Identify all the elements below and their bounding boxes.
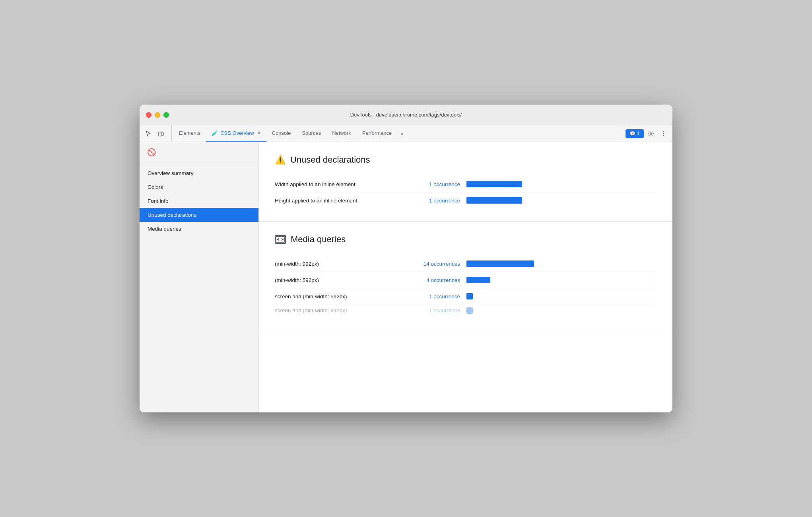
tab-performance[interactable]: Performance: [357, 125, 397, 142]
svg-point-4: [663, 135, 664, 136]
sidebar-header: 🚫: [140, 142, 258, 163]
window-title: DevTools - developer.chrome.com/tags/dev…: [350, 112, 462, 118]
media-queries-title: Media queries: [275, 234, 657, 245]
unused-declarations-section: ⚠️ Unused declarations Width applied to …: [259, 142, 672, 222]
main-content: ⚠️ Unused declarations Width applied to …: [259, 142, 672, 412]
bar-container: [466, 260, 546, 267]
warning-icon: ⚠️: [275, 155, 286, 165]
maximize-button[interactable]: [163, 112, 169, 118]
sidebar-item-colors[interactable]: Colors: [140, 180, 258, 194]
occurrence-bar: [466, 197, 522, 204]
sidebar-nav: Overview summary Colors Font info Unused…: [140, 163, 258, 412]
titlebar: DevTools - developer.chrome.com/tags/dev…: [140, 105, 672, 125]
tabbar: Elements 🧪 CSS Overview ✕ Console Source…: [140, 125, 672, 142]
tab-close-css-overview[interactable]: ✕: [257, 130, 261, 136]
device-icon[interactable]: [155, 128, 167, 139]
table-row: Height applied to an inline element 1 oc…: [275, 192, 657, 208]
devtools-body: 🚫 Overview summary Colors Font info Unus…: [140, 142, 672, 412]
tab-network[interactable]: Network: [326, 125, 357, 142]
tabs-container: Elements 🧪 CSS Overview ✕ Console Source…: [173, 125, 626, 142]
table-row: Width applied to an inline element 1 occ…: [275, 176, 657, 192]
occurrence-bar: [466, 260, 534, 267]
tab-elements[interactable]: Elements: [173, 125, 206, 142]
devtools-window: DevTools - developer.chrome.com/tags/dev…: [140, 105, 672, 412]
sidebar: 🚫 Overview summary Colors Font info Unus…: [140, 142, 259, 412]
tab-console[interactable]: Console: [266, 125, 297, 142]
more-options-icon[interactable]: [658, 128, 669, 139]
sidebar-item-unused-declarations[interactable]: Unused declarations: [140, 208, 258, 222]
sidebar-item-overview-summary[interactable]: Overview summary: [140, 166, 258, 180]
tab-sources[interactable]: Sources: [296, 125, 326, 142]
chat-button[interactable]: 💬 1: [626, 129, 644, 138]
occurrence-bar: [466, 181, 522, 187]
unused-declarations-title: ⚠️ Unused declarations: [275, 155, 657, 165]
sidebar-item-media-queries[interactable]: Media queries: [140, 222, 258, 236]
bar-container: [466, 307, 546, 314]
bar-container: [466, 197, 546, 204]
media-queries-section: Media queries (min-width: 992px) 14 occu…: [259, 222, 672, 329]
tab-actions: 💬 1: [626, 125, 669, 142]
svg-point-2: [663, 131, 664, 132]
svg-rect-1: [162, 133, 163, 135]
minimize-button[interactable]: [155, 112, 160, 118]
bar-container: [466, 181, 546, 187]
table-row: (min-width: 992px) 14 occurrences: [275, 256, 657, 272]
chat-icon: 💬: [629, 131, 635, 136]
tab-overflow[interactable]: »: [397, 125, 406, 142]
no-entry-icon[interactable]: 🚫: [146, 147, 157, 158]
sidebar-item-font-info[interactable]: Font info: [140, 194, 258, 208]
occurrence-bar: [466, 293, 473, 299]
settings-icon[interactable]: [645, 128, 657, 139]
cursor-icon[interactable]: [143, 128, 154, 139]
bar-container: [466, 293, 546, 299]
table-row: (min-width: 592px) 4 occurrences: [275, 272, 657, 288]
media-icon: [275, 235, 286, 244]
occurrence-bar: [466, 277, 490, 283]
table-row: screen and (min-width: 592px) 1 occurren…: [275, 288, 657, 304]
devtools-tool-icons: [143, 125, 172, 142]
traffic-lights: [146, 112, 169, 118]
occurrence-bar: [466, 307, 473, 314]
svg-rect-0: [159, 132, 162, 136]
svg-point-3: [663, 133, 664, 134]
bar-container: [466, 277, 546, 283]
table-row: screen and (min-width: 992px) 1 occurren…: [275, 304, 657, 316]
close-button[interactable]: [146, 112, 152, 118]
tab-css-overview[interactable]: 🧪 CSS Overview ✕: [206, 125, 266, 142]
flask-icon: 🧪: [212, 130, 218, 136]
